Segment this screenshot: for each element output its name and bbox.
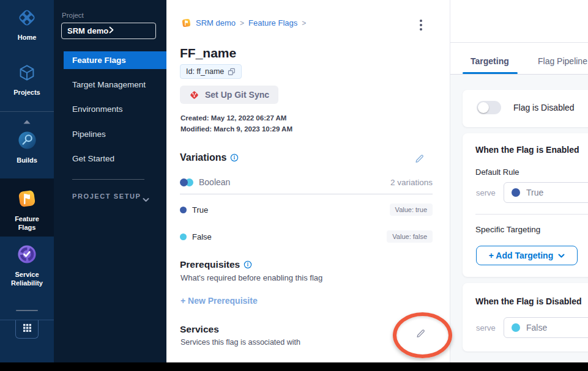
- flag-state-card: Flag is Disabled: [463, 90, 588, 127]
- git-sync-label: Set Up Git Sync: [205, 90, 269, 100]
- sidebar-item-label: Pipelines: [72, 130, 106, 139]
- active-tab-indicator: [463, 72, 518, 74]
- panel-header-divider: [450, 42, 588, 43]
- variation-false-dot: [512, 323, 520, 332]
- chevron-down-icon[interactable]: [143, 194, 149, 205]
- chevron-right-icon: [109, 26, 151, 35]
- project-selector[interactable]: SRM demo: [61, 23, 156, 39]
- sidebar-item-label: Get Started: [72, 154, 114, 163]
- sidebar-item-feature-flags[interactable]: Feature Flags: [64, 51, 166, 69]
- nav-feature-flags-label: Feature Flags: [6, 215, 48, 232]
- edit-services-button[interactable]: [415, 328, 426, 340]
- project-selector-value: SRM demo: [67, 26, 109, 35]
- flag-enabled-toggle[interactable]: [477, 101, 501, 114]
- bottom-letterbox: [0, 362, 588, 371]
- variations-divider: [180, 194, 433, 194]
- breadcrumb-separator: >: [240, 19, 244, 28]
- add-targeting-button[interactable]: + Add Targeting: [476, 246, 578, 265]
- variation-count: 2 variations: [390, 178, 433, 187]
- copy-icon[interactable]: [228, 68, 236, 76]
- add-targeting-label: + Add Targeting: [489, 251, 553, 260]
- breadcrumb: SRM demo > Feature Flags >: [181, 18, 306, 28]
- rail-resize-handle[interactable]: [16, 310, 38, 311]
- tab-flag-pipeline[interactable]: Flag Pipeline: [538, 56, 587, 66]
- nav-service-reliability[interactable]: Service Reliability: [0, 244, 54, 288]
- new-prerequisite-button[interactable]: + New Prerequisite: [180, 296, 258, 306]
- service-reliability-icon: [17, 244, 37, 267]
- nav-feature-flags-active-section[interactable]: Feature Flags: [0, 178, 54, 237]
- serve-value: False: [526, 323, 547, 332]
- chevron-down-icon: [558, 254, 565, 258]
- feature-flags-icon: [17, 188, 37, 211]
- flag-id-text: Id: ff_name: [186, 67, 224, 76]
- variation-name: True: [192, 205, 208, 215]
- serve-variation-select[interactable]: False: [504, 317, 588, 338]
- flag-enabled-card: When the Flag is Enabled Default Rule se…: [463, 133, 588, 277]
- projects-icon: [17, 63, 37, 85]
- builds-icon: [17, 130, 37, 153]
- sidebar-item-get-started[interactable]: Get Started: [72, 154, 114, 163]
- serve-value: True: [526, 188, 543, 197]
- card-divider: [475, 214, 588, 215]
- breadcrumb-project-link[interactable]: SRM demo: [196, 18, 236, 28]
- flag-state-label: Flag is Disabled: [513, 103, 575, 112]
- boolean-type-icon: [180, 178, 193, 186]
- nav-home[interactable]: Home: [0, 8, 54, 42]
- tab-targeting[interactable]: Targeting: [471, 56, 509, 66]
- sidebar-item-label: Target Management: [72, 80, 146, 89]
- variation-true-dot: [180, 207, 187, 213]
- prerequisites-subtitle: What's required before enabling this fla…: [180, 273, 322, 282]
- serve-label: serve: [476, 188, 496, 197]
- variation-row-false: False Value: false: [180, 230, 433, 243]
- default-rule-label: Default Rule: [475, 167, 519, 177]
- app-window: Home Projects: [0, 0, 588, 371]
- disabled-card-heading: When the Flag is Disabled: [475, 296, 581, 306]
- nav-home-label: Home: [6, 33, 48, 42]
- home-icon: [17, 8, 37, 30]
- nav-service-reliability-label: Service Reliability: [6, 270, 48, 288]
- all-modules-button[interactable]: [15, 320, 39, 339]
- nav-builds-label: Builds: [6, 156, 48, 164]
- prerequisites-heading: Prerequisites: [180, 259, 240, 270]
- nav-projects[interactable]: Projects: [0, 63, 54, 97]
- project-setup-section[interactable]: PROJECT SETUP: [72, 193, 141, 200]
- targeting-panel: Targeting Flag Pipeline Flag is Disabled…: [450, 0, 588, 362]
- set-up-git-sync-button[interactable]: Set Up Git Sync: [180, 86, 278, 104]
- variation-value-chip: Value: false: [387, 230, 433, 243]
- variation-type-row: Boolean 2 variations: [180, 177, 433, 187]
- modified-timestamp: Modified: March 9, 2023 10:29 AM: [180, 125, 292, 133]
- enabled-card-heading: When the Flag is Enabled: [475, 145, 579, 155]
- info-icon[interactable]: [230, 153, 239, 162]
- flag-id-chip: Id: ff_name: [180, 64, 242, 79]
- grid-icon: [23, 323, 32, 335]
- created-timestamp: Created: May 12, 2022 06:27 AM: [180, 114, 286, 122]
- variation-name: False: [192, 232, 212, 241]
- variations-heading: Variations: [180, 152, 226, 163]
- scroll-up-chevron-icon[interactable]: [0, 119, 54, 125]
- git-sync-icon: [189, 90, 199, 100]
- project-sidebar: Project SRM demo Feature Flags Target Ma…: [54, 0, 166, 362]
- breadcrumb-section-link[interactable]: Feature Flags: [248, 18, 297, 28]
- feature-flags-logo-icon: [181, 18, 192, 28]
- rail-divider: [0, 111, 54, 112]
- module-nav-rail: Home Projects: [0, 0, 54, 362]
- variation-value-chip: Value: true: [390, 204, 433, 216]
- sidebar-item-environments[interactable]: Environments: [72, 105, 123, 114]
- services-subtitle: Services this flag is associated with: [180, 338, 300, 347]
- specific-targeting-label: Specific Targeting: [475, 225, 540, 234]
- edit-variations-button[interactable]: [414, 153, 425, 166]
- project-label: Project: [62, 12, 84, 19]
- info-icon[interactable]: [244, 260, 252, 269]
- nav-builds[interactable]: Builds: [0, 130, 54, 164]
- sidebar-item-pipelines[interactable]: Pipelines: [72, 130, 106, 139]
- flag-title: FF_name: [180, 46, 236, 61]
- sidebar-item-label: Feature Flags: [72, 56, 126, 65]
- flag-options-menu-button[interactable]: [416, 19, 426, 31]
- sidebar-item-target-management[interactable]: Target Management: [72, 80, 146, 89]
- targeting-content: Flag is Disabled When the Flag is Enable…: [450, 75, 588, 362]
- serve-variation-select[interactable]: True: [504, 182, 588, 203]
- variation-true-dot: [512, 188, 520, 197]
- nav-feature-flags[interactable]: Feature Flags: [0, 188, 54, 232]
- variation-row-true: True Value: true: [180, 204, 433, 216]
- serve-label: serve: [476, 323, 496, 332]
